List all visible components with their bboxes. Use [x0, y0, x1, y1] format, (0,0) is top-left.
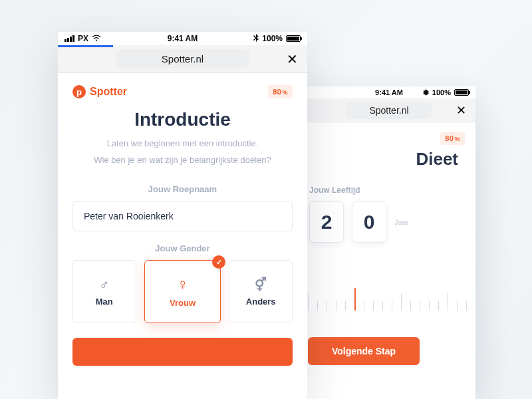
- brand-logo[interactable]: p Spotter: [72, 85, 127, 98]
- browser-url-bar[interactable]: Spotter.nl ✕: [303, 98, 475, 122]
- age-digit-tens[interactable]: 2: [309, 201, 344, 243]
- other-gender-icon: ⚥: [255, 277, 267, 293]
- bluetooth-icon: [253, 34, 259, 44]
- progress-badge: 80%: [440, 132, 465, 145]
- close-icon[interactable]: ✕: [287, 51, 298, 67]
- status-time: 9:41 AM: [375, 88, 403, 96]
- brand-name: Spotter: [90, 86, 127, 98]
- status-time: 9:41 AM: [168, 34, 198, 43]
- browser-url-bar[interactable]: Spotter.nl ✕: [58, 45, 307, 73]
- gender-option-label: Anders: [246, 297, 276, 307]
- wifi-icon: [92, 34, 101, 43]
- ios-status-bar: PX 9:41 AM 100%: [58, 32, 307, 45]
- gender-option-label: Man: [96, 297, 113, 307]
- signal-icon: [65, 35, 74, 42]
- ios-status-bar: 9:41 AM ✽ 100%: [303, 86, 475, 98]
- bluetooth-icon: ✽: [423, 88, 429, 97]
- age-unit: Jaar: [394, 218, 408, 226]
- carrier-label: PX: [78, 34, 88, 43]
- female-icon: ♀: [176, 275, 188, 294]
- gender-option-label: Vrouw: [170, 298, 196, 308]
- phone-screen-secondary: 9:41 AM ✽ 100% Spotter.nl ✕ 80% Dieet Jo…: [303, 86, 475, 399]
- page-load-progress: [58, 45, 113, 47]
- age-stepper[interactable]: 2 0 Jaar: [308, 201, 475, 243]
- progress-badge: 80%: [268, 85, 293, 98]
- gender-options: ♂ Man ✓ ♀ Vrouw ⚥ Anders: [58, 260, 307, 323]
- battery-icon: [454, 89, 469, 96]
- ruler-slider[interactable]: [308, 277, 475, 311]
- page-title: Introductie: [58, 109, 307, 130]
- primary-cta-button[interactable]: [72, 338, 293, 366]
- gender-option-vrouw[interactable]: ✓ ♀ Vrouw: [144, 260, 221, 323]
- close-icon[interactable]: ✕: [456, 103, 466, 118]
- url-display[interactable]: Spotter.nl: [346, 102, 432, 119]
- age-digit-ones[interactable]: 0: [352, 201, 386, 243]
- battery-icon: [286, 35, 301, 42]
- page-title: Dieet: [308, 149, 475, 170]
- male-icon: ♂: [99, 277, 109, 293]
- phone-screen-primary: PX 9:41 AM 100% Spotter.nl ✕ p Spotter 8…: [58, 32, 307, 399]
- name-field-label: Jouw Roepnaam: [58, 184, 307, 194]
- check-icon: ✓: [212, 255, 225, 269]
- age-field-label: Jouw Leeftijd: [308, 170, 475, 201]
- logo-icon: p: [72, 85, 86, 98]
- gender-field-label: Jouw Gender: [58, 243, 307, 253]
- name-input[interactable]: Peter van Rooienkerk: [72, 201, 293, 231]
- gender-option-man[interactable]: ♂ Man: [72, 260, 136, 323]
- url-display[interactable]: Spotter.nl: [116, 49, 249, 68]
- gender-option-anders[interactable]: ⚥ Anders: [229, 260, 293, 323]
- battery-pct: 100%: [432, 88, 451, 96]
- battery-pct: 100%: [262, 34, 283, 43]
- page-subtitle: Laten we beginnen met een introductie. W…: [58, 130, 307, 172]
- next-step-button[interactable]: Volgende Stap: [308, 337, 420, 365]
